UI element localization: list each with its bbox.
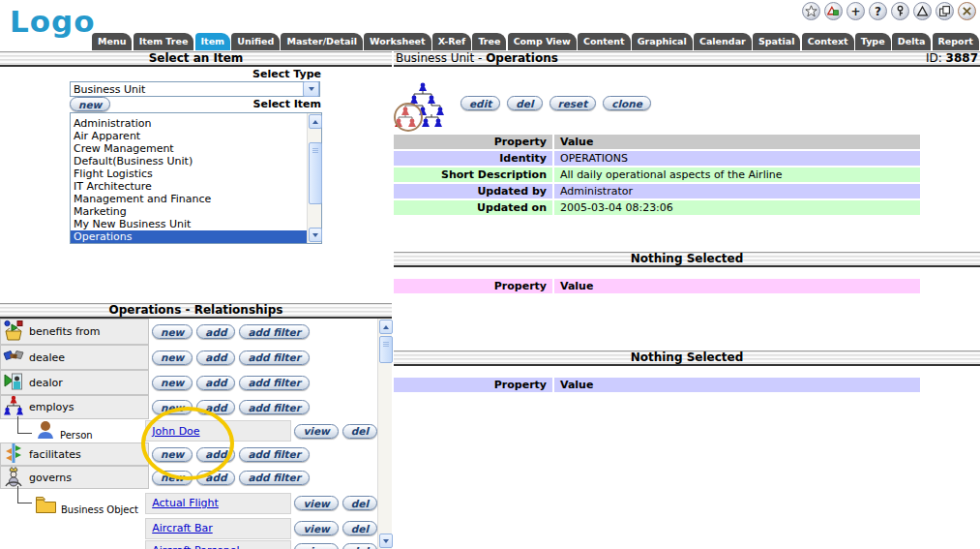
scroll-down-button[interactable] [309,228,322,242]
list-item[interactable]: Crew Management [71,142,307,155]
tab-tree[interactable]: Tree [472,33,506,50]
relationship-label: employs [29,401,74,413]
tab-graphical[interactable]: Graphical [632,33,693,50]
del-button[interactable]: del [342,543,377,549]
tab-content[interactable]: Content [578,33,631,50]
view-button[interactable]: view [294,521,338,535]
del-button[interactable]: del [342,496,377,510]
add-filter-button[interactable]: add filter [239,471,309,485]
property-cell: Short Description [394,168,552,182]
del-button[interactable]: del [342,521,377,535]
nothing-selected-title: Nothing Selected [394,351,980,364]
new-button[interactable]: new [152,447,193,462]
item-link-aircraft-personel[interactable]: Aircraft Personel [152,544,239,549]
table-row: Short Description All daily operational … [394,168,920,182]
relationship-label: dealee [29,351,65,364]
del-button[interactable]: del [342,424,377,439]
tab-item[interactable]: Item [195,33,230,50]
list-item[interactable]: Air Apparent [71,130,307,142]
scroll-thumb[interactable] [309,142,322,204]
tab-master-detail[interactable]: Master/Detail [281,33,362,50]
add-button[interactable]: add [196,447,235,462]
add-button[interactable]: add [196,376,235,390]
relationship-row-facilitates: facilitates new add add filter [0,442,377,466]
delta-icon[interactable] [913,2,932,20]
new-button[interactable]: new [152,324,193,339]
add-filter-button[interactable]: add filter [239,400,309,414]
scroll-down-button[interactable] [379,534,393,548]
new-button[interactable]: new [152,400,193,414]
view-button[interactable]: view [294,496,338,510]
detail-panel-header: Business Unit - Operations ID: 3887 [394,51,980,67]
reset-button[interactable]: reset [549,96,597,110]
related-item-cell: Actual Flight [145,493,291,514]
add-icon[interactable]: + [846,2,865,20]
relationship-row-governs: governs new add add filter [0,466,377,489]
listbox-scrollbar[interactable] [307,113,321,243]
scroll-up-button[interactable] [379,320,393,334]
add-button[interactable]: add [196,351,235,365]
new-button[interactable]: new [152,471,193,485]
scroll-up-button[interactable] [309,114,322,129]
view-button[interactable]: view [294,424,338,439]
relationship-row-dealor: dealor new add add filter [0,370,377,395]
related-item-cell: Aircraft Bar [145,518,291,539]
type-select[interactable]: Business Unit [70,81,320,97]
select-item-label: Select Item [70,98,321,110]
tab-context[interactable]: Context [802,33,854,50]
window-toolbar: + ? [802,2,976,20]
list-item[interactable]: Administration [71,117,307,130]
shapes-icon[interactable] [824,2,843,20]
chevron-down-icon[interactable] [303,81,319,97]
add-button[interactable]: add [196,324,235,339]
tab-calendar[interactable]: Calendar [694,33,752,50]
tab-worksheet[interactable]: Worksheet [364,33,431,50]
relationships-scrollbar[interactable] [377,319,392,549]
close-icon[interactable] [958,2,976,20]
list-item[interactable]: Default(Business Unit) [71,155,307,168]
tab-comp-view[interactable]: Comp View [508,33,577,50]
star-icon[interactable] [802,2,820,20]
business-unit-icon [394,82,452,137]
tab-delta[interactable]: Delta [892,33,932,50]
add-button[interactable]: add [196,471,235,485]
scroll-thumb[interactable] [379,336,393,363]
list-item-selected[interactable]: Operations [71,230,307,243]
list-item[interactable]: IT Architecture [71,180,307,193]
tab-menu[interactable]: Menu [92,33,132,50]
copy-icon[interactable] [935,2,954,20]
relationship-row-benefits-from: benefits from new add add filter [0,319,377,345]
property-cell: Updated by [394,184,552,198]
add-filter-button[interactable]: add filter [239,447,309,462]
list-item[interactable]: Marketing [71,205,307,218]
item-link-aircraft-bar[interactable]: Aircraft Bar [152,522,212,534]
item-link-john-doe[interactable]: John Doe [152,425,199,438]
add-filter-button[interactable]: add filter [239,376,309,390]
item-link-actual-flight[interactable]: Actual Flight [152,497,219,509]
del-button[interactable]: del [507,96,542,110]
tab-item-tree[interactable]: Item Tree [134,33,194,50]
tab-report[interactable]: Report [933,33,979,50]
tab-type[interactable]: Type [855,33,891,50]
person-icon [35,419,56,442]
add-button[interactable]: add [196,400,235,414]
key-icon[interactable] [891,2,909,20]
type-select-value: Business Unit [71,83,303,96]
tab-spatial[interactable]: Spatial [753,33,801,50]
list-item[interactable]: Flight Logistics [71,168,307,180]
related-item-row-aircraft-bar: Aircraft Bar view del [0,517,377,539]
add-filter-button[interactable]: add filter [239,351,309,365]
edit-button[interactable]: edit [460,96,500,110]
detail-actions: edit del reset clone [460,96,651,110]
view-button[interactable]: view [294,543,338,549]
list-item[interactable]: My New Business Unit [71,218,307,230]
related-item-type-spacer [0,517,145,539]
tab-x-ref[interactable]: X-Ref [432,33,471,50]
tab-unified[interactable]: Unified [231,33,280,50]
add-filter-button[interactable]: add filter [239,324,309,339]
clone-button[interactable]: clone [603,96,651,110]
list-item[interactable]: Management and Finance [71,193,307,205]
new-button[interactable]: new [152,376,193,390]
new-button[interactable]: new [152,351,193,365]
help-icon[interactable]: ? [869,2,887,20]
